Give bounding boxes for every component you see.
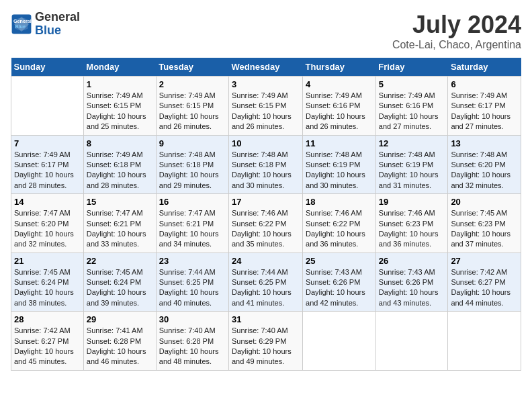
day-info: Sunrise: 7:45 AM Sunset: 6:23 PM Dayligh… [451,208,518,250]
svg-text:Blue: Blue [15,24,26,30]
day-number: 25 [306,256,373,266]
day-info: Sunrise: 7:45 AM Sunset: 6:24 PM Dayligh… [14,267,81,309]
day-number: 15 [87,197,153,207]
day-number: 3 [232,79,300,89]
header-day: Tuesday [156,58,228,77]
calendar-table: SundayMondayTuesdayWednesdayThursdayFrid… [11,58,521,371]
calendar-cell: 17Sunrise: 7:46 AM Sunset: 6:22 PM Dayli… [229,194,303,253]
calendar-week-row: 7Sunrise: 7:49 AM Sunset: 6:17 PM Daylig… [11,135,521,194]
day-number: 22 [87,256,153,266]
calendar-cell: 15Sunrise: 7:47 AM Sunset: 6:21 PM Dayli… [83,194,156,253]
calendar-cell: 10Sunrise: 7:48 AM Sunset: 6:18 PM Dayli… [229,135,303,194]
calendar-cell: 23Sunrise: 7:44 AM Sunset: 6:25 PM Dayli… [156,253,228,312]
header-day: Friday [375,58,448,77]
day-number: 21 [14,256,81,266]
day-number: 12 [379,138,445,148]
calendar-week-row: 14Sunrise: 7:47 AM Sunset: 6:20 PM Dayli… [11,194,521,253]
day-info: Sunrise: 7:44 AM Sunset: 6:25 PM Dayligh… [232,267,300,309]
main-title: July 2024 [392,11,521,39]
day-number: 27 [451,256,518,266]
calendar-body: 1Sunrise: 7:49 AM Sunset: 6:15 PM Daylig… [11,77,521,371]
day-info: Sunrise: 7:47 AM Sunset: 6:20 PM Dayligh… [14,208,81,250]
logo: General Blue General Blue [11,11,80,38]
day-info: Sunrise: 7:42 AM Sunset: 6:27 PM Dayligh… [14,326,81,367]
calendar-cell: 7Sunrise: 7:49 AM Sunset: 6:17 PM Daylig… [11,135,84,194]
day-info: Sunrise: 7:45 AM Sunset: 6:24 PM Dayligh… [87,267,153,309]
day-number: 8 [87,138,153,148]
day-info: Sunrise: 7:47 AM Sunset: 6:21 PM Dayligh… [87,208,153,250]
calendar-week-row: 28Sunrise: 7:42 AM Sunset: 6:27 PM Dayli… [11,312,521,371]
calendar-cell: 12Sunrise: 7:48 AM Sunset: 6:19 PM Dayli… [375,135,448,194]
calendar-cell: 25Sunrise: 7:43 AM Sunset: 6:26 PM Dayli… [303,253,376,312]
calendar-cell: 20Sunrise: 7:45 AM Sunset: 6:23 PM Dayli… [448,194,521,253]
calendar-cell: 2Sunrise: 7:49 AM Sunset: 6:15 PM Daylig… [156,77,228,136]
calendar-cell: 13Sunrise: 7:48 AM Sunset: 6:20 PM Dayli… [448,135,521,194]
calendar-cell: 9Sunrise: 7:48 AM Sunset: 6:18 PM Daylig… [156,135,228,194]
day-number: 5 [379,79,445,89]
calendar-cell [448,312,521,371]
calendar-cell: 19Sunrise: 7:46 AM Sunset: 6:23 PM Dayli… [375,194,448,253]
calendar-cell [303,312,376,371]
day-info: Sunrise: 7:43 AM Sunset: 6:26 PM Dayligh… [379,267,445,309]
header-day: Thursday [303,58,376,77]
day-number: 29 [87,314,153,324]
day-info: Sunrise: 7:49 AM Sunset: 6:17 PM Dayligh… [14,150,81,191]
day-info: Sunrise: 7:49 AM Sunset: 6:15 PM Dayligh… [159,91,226,132]
day-number: 23 [159,256,226,266]
title-block: July 2024 Cote-Lai, Chaco, Argentina [392,11,521,51]
calendar-cell [11,77,84,136]
day-number: 19 [379,197,445,207]
subtitle: Cote-Lai, Chaco, Argentina [392,39,521,51]
day-info: Sunrise: 7:46 AM Sunset: 6:22 PM Dayligh… [306,208,373,250]
calendar-cell: 18Sunrise: 7:46 AM Sunset: 6:22 PM Dayli… [303,194,376,253]
calendar-cell: 14Sunrise: 7:47 AM Sunset: 6:20 PM Dayli… [11,194,84,253]
day-info: Sunrise: 7:48 AM Sunset: 6:18 PM Dayligh… [159,150,226,191]
day-info: Sunrise: 7:42 AM Sunset: 6:27 PM Dayligh… [451,267,518,309]
calendar-cell: 22Sunrise: 7:45 AM Sunset: 6:24 PM Dayli… [83,253,156,312]
day-number: 31 [232,314,300,324]
day-info: Sunrise: 7:40 AM Sunset: 6:28 PM Dayligh… [159,326,226,367]
logo-text-general: General [35,11,80,24]
day-number: 16 [159,197,226,207]
calendar-week-row: 21Sunrise: 7:45 AM Sunset: 6:24 PM Dayli… [11,253,521,312]
day-info: Sunrise: 7:49 AM Sunset: 6:17 PM Dayligh… [451,91,518,132]
calendar-cell: 6Sunrise: 7:49 AM Sunset: 6:17 PM Daylig… [448,77,521,136]
day-info: Sunrise: 7:48 AM Sunset: 6:18 PM Dayligh… [232,150,300,191]
logo-icon: General Blue [11,13,32,35]
day-info: Sunrise: 7:49 AM Sunset: 6:15 PM Dayligh… [232,91,300,132]
calendar-cell: 31Sunrise: 7:40 AM Sunset: 6:29 PM Dayli… [229,312,303,371]
day-number: 7 [14,138,81,148]
calendar-header: SundayMondayTuesdayWednesdayThursdayFrid… [11,58,521,77]
calendar-cell: 4Sunrise: 7:49 AM Sunset: 6:16 PM Daylig… [303,77,376,136]
day-number: 10 [232,138,300,148]
day-info: Sunrise: 7:49 AM Sunset: 6:16 PM Dayligh… [379,91,445,132]
day-info: Sunrise: 7:41 AM Sunset: 6:28 PM Dayligh… [87,326,153,367]
calendar-cell: 1Sunrise: 7:49 AM Sunset: 6:15 PM Daylig… [83,77,156,136]
day-info: Sunrise: 7:40 AM Sunset: 6:29 PM Dayligh… [232,326,300,367]
day-number: 17 [232,197,300,207]
calendar-cell: 27Sunrise: 7:42 AM Sunset: 6:27 PM Dayli… [448,253,521,312]
day-number: 6 [451,79,518,89]
calendar-cell: 29Sunrise: 7:41 AM Sunset: 6:28 PM Dayli… [83,312,156,371]
day-info: Sunrise: 7:48 AM Sunset: 6:20 PM Dayligh… [451,150,518,191]
calendar-cell: 16Sunrise: 7:47 AM Sunset: 6:21 PM Dayli… [156,194,228,253]
calendar-cell: 8Sunrise: 7:49 AM Sunset: 6:18 PM Daylig… [83,135,156,194]
calendar-cell: 5Sunrise: 7:49 AM Sunset: 6:16 PM Daylig… [375,77,448,136]
day-info: Sunrise: 7:44 AM Sunset: 6:25 PM Dayligh… [159,267,226,309]
day-number: 9 [159,138,226,148]
calendar-cell: 26Sunrise: 7:43 AM Sunset: 6:26 PM Dayli… [375,253,448,312]
logo-text-blue: Blue [35,24,80,38]
calendar-cell: 3Sunrise: 7:49 AM Sunset: 6:15 PM Daylig… [229,77,303,136]
calendar-cell: 24Sunrise: 7:44 AM Sunset: 6:25 PM Dayli… [229,253,303,312]
header-day: Saturday [448,58,521,77]
calendar-cell [375,312,448,371]
day-number: 20 [451,197,518,207]
day-info: Sunrise: 7:47 AM Sunset: 6:21 PM Dayligh… [159,208,226,250]
header-day: Sunday [11,58,84,77]
page-header: General Blue General Blue July 2024 Cote… [11,11,521,51]
day-number: 24 [232,256,300,266]
day-info: Sunrise: 7:48 AM Sunset: 6:19 PM Dayligh… [306,150,373,191]
header-day: Wednesday [229,58,303,77]
day-number: 2 [159,79,226,89]
calendar-cell: 11Sunrise: 7:48 AM Sunset: 6:19 PM Dayli… [303,135,376,194]
